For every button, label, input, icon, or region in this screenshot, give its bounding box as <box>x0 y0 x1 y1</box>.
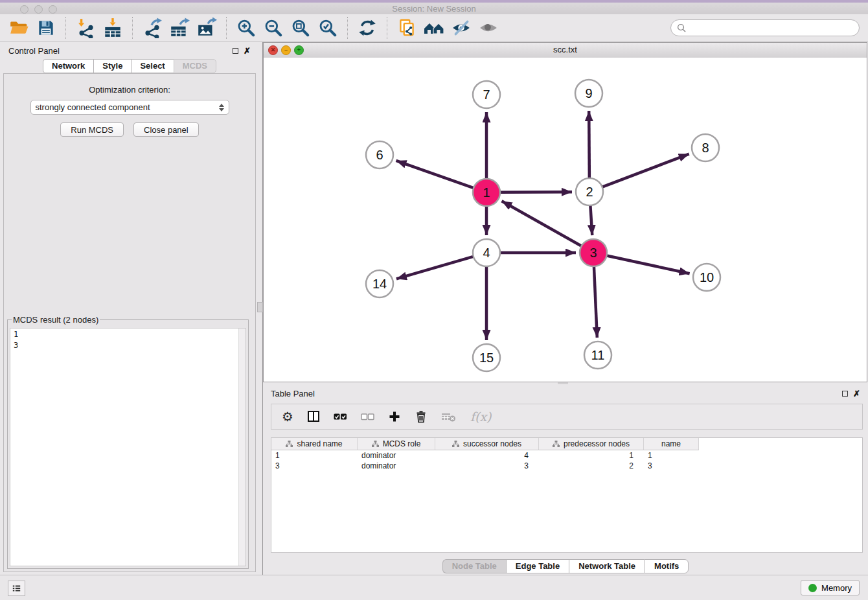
zoom-out-button[interactable] <box>262 16 285 40</box>
graph-node-label: 14 <box>372 277 387 291</box>
control-tab-mcds[interactable]: MCDS <box>174 59 216 73</box>
graph-edge-2-3[interactable] <box>590 205 592 235</box>
show-all-button[interactable] <box>477 16 500 40</box>
zoom-in-button[interactable] <box>234 16 258 40</box>
create-column-button[interactable] <box>388 410 401 423</box>
zoom-selected-button[interactable] <box>316 16 339 40</box>
table-row[interactable]: 3dominator323 <box>271 461 862 471</box>
select-arrows-icon <box>219 104 224 111</box>
graph-edge-1-6[interactable] <box>396 161 474 188</box>
save-session-button[interactable] <box>34 16 58 40</box>
search-box[interactable] <box>670 19 860 36</box>
graph-node-label: 10 <box>700 270 714 284</box>
mcds-result-line: 1 <box>14 329 242 340</box>
float-panel-icon[interactable] <box>233 48 238 54</box>
table-cell[interactable]: dominator <box>358 461 435 471</box>
zoom-in-icon <box>236 17 257 38</box>
table-settings-button[interactable]: ⚙ <box>282 410 293 423</box>
export-image-icon <box>196 17 217 38</box>
graph-edge-3-11[interactable] <box>594 266 597 338</box>
table-cell[interactable]: 3 <box>435 461 539 471</box>
clone-network-icon <box>396 17 417 38</box>
column-tree-icon <box>553 441 560 448</box>
search-input[interactable] <box>690 23 853 34</box>
table-cell[interactable]: 3 <box>271 461 358 471</box>
mcds-result-line: 3 <box>14 340 242 351</box>
result-scrollbar[interactable] <box>238 329 246 566</box>
network-window-titlebar[interactable]: ✕ – + scc.txt <box>264 43 867 58</box>
first-neighbors-button[interactable] <box>422 16 446 40</box>
close-panel-icon[interactable]: ✗ <box>244 47 251 55</box>
import-table-button[interactable] <box>101 16 124 40</box>
column-header-name[interactable]: name <box>644 438 699 450</box>
graph-edge-3-10[interactable] <box>607 255 690 273</box>
export-table-icon <box>169 17 190 38</box>
eye-icon <box>478 17 499 38</box>
column-header-successor-nodes[interactable]: successor nodes <box>435 438 539 450</box>
task-history-button[interactable] <box>8 581 25 596</box>
clone-network-button[interactable] <box>395 16 418 40</box>
show-columns-button[interactable] <box>307 410 320 423</box>
column-header-MCDS-role[interactable]: MCDS role <box>358 438 435 450</box>
control-tab-network[interactable]: Network <box>43 59 93 73</box>
memory-status-icon <box>808 584 817 592</box>
graph-node-label: 2 <box>586 185 593 199</box>
refresh-view-button[interactable] <box>356 16 379 40</box>
table-cell[interactable]: 2 <box>539 461 644 471</box>
network-canvas[interactable]: 1234678910111415 <box>264 58 867 382</box>
graph-edge-2-8[interactable] <box>602 154 689 187</box>
memory-button[interactable]: Memory <box>801 580 860 595</box>
vertical-splitter-handle[interactable] <box>257 302 263 312</box>
run-mcds-button[interactable]: Run MCDS <box>60 122 124 137</box>
table-panel: Table Panel ✗ ⚙ <box>263 386 868 575</box>
close-panel-button[interactable]: Close panel <box>133 122 199 137</box>
search-icon <box>677 23 686 32</box>
zoom-fit-button[interactable] <box>289 16 312 40</box>
export-network-icon <box>142 17 163 38</box>
table-cell[interactable]: 4 <box>435 450 539 461</box>
table-cell[interactable]: 1 <box>644 450 699 461</box>
table-cell[interactable]: 1 <box>539 450 644 461</box>
checked-boxes-icon <box>334 410 347 423</box>
mcds-result-box[interactable]: 13 <box>10 328 246 566</box>
import-network-button[interactable] <box>74 16 97 40</box>
memory-label: Memory <box>821 583 852 593</box>
control-tab-select[interactable]: Select <box>131 59 173 73</box>
close-table-panel-icon[interactable]: ✗ <box>853 389 860 398</box>
select-all-columns-button[interactable] <box>334 410 347 423</box>
export-table-button[interactable] <box>168 16 191 40</box>
column-header-predecessor-nodes[interactable]: predecessor nodes <box>539 438 644 450</box>
delete-column-button[interactable] <box>415 410 428 423</box>
hide-selected-button[interactable] <box>450 16 473 40</box>
graph-edge-1-2[interactable] <box>500 192 572 192</box>
delete-table-button[interactable] <box>441 410 457 423</box>
table-tab-edge-table[interactable]: Edge Table <box>506 559 569 573</box>
criterion-select[interactable]: strongly connected component <box>30 100 229 115</box>
control-tab-style[interactable]: Style <box>93 59 131 73</box>
graph-edge-2-9[interactable] <box>589 111 589 178</box>
graph-edge-4-14[interactable] <box>396 257 474 279</box>
function-builder-button[interactable]: f(x) <box>470 410 492 424</box>
column-header-shared-name[interactable]: shared name <box>271 438 358 450</box>
export-image-button[interactable] <box>195 16 218 40</box>
plus-icon <box>388 410 401 423</box>
eye-slash-icon <box>451 17 472 38</box>
table-cell[interactable]: 1 <box>271 450 358 461</box>
columns-icon <box>307 410 320 423</box>
graph-edge-3-1[interactable] <box>502 201 582 246</box>
table-tab-network-table[interactable]: Network Table <box>569 559 645 573</box>
graph-node-label: 11 <box>591 348 605 362</box>
table-row[interactable]: 1dominator411 <box>271 450 862 461</box>
float-table-panel-icon[interactable] <box>842 391 848 397</box>
export-network-button[interactable] <box>141 16 164 40</box>
open-session-button[interactable] <box>7 16 30 40</box>
table-cell[interactable]: dominator <box>358 450 435 461</box>
mcds-result-lines: 13 <box>10 329 246 352</box>
status-bar: Memory <box>0 575 868 600</box>
graph-node-label: 4 <box>483 246 490 260</box>
table-cell[interactable]: 3 <box>644 461 699 471</box>
fx-icon: f(x) <box>470 410 492 424</box>
unselect-all-columns-button[interactable] <box>361 410 374 423</box>
table-tab-motifs[interactable]: Motifs <box>645 559 689 573</box>
table-tab-node-table[interactable]: Node Table <box>442 559 506 573</box>
